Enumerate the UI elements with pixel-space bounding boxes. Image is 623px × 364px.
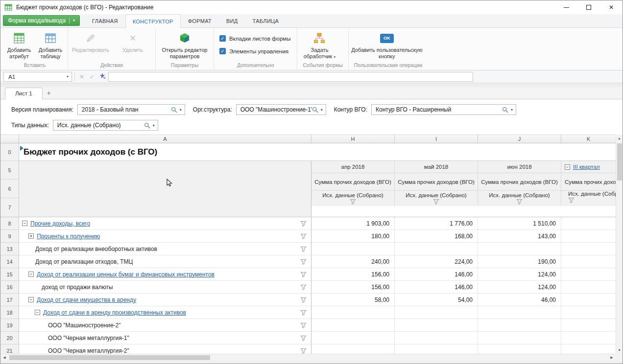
value-cell[interactable]: 1 903,00 [312, 217, 395, 230]
open-parameter-editor-button[interactable]: Открыть редактор параметров [157, 29, 212, 60]
horizontal-scrollbar[interactable]: ◀ ▶ [0, 354, 616, 361]
row-label[interactable]: Доход от сдачи имущества в аренду [37, 296, 136, 303]
label-cell[interactable]: +Проценты к получению [19, 230, 312, 243]
ribbon-tab-1[interactable]: КОНСТРУКТОР [125, 14, 181, 28]
value-cell[interactable]: 168,00 [395, 230, 478, 243]
label-cell[interactable]: ООО "Машиностроение-2" [19, 319, 312, 332]
search-icon[interactable] [171, 107, 177, 113]
filter-icon[interactable] [300, 221, 307, 227]
value-cell[interactable] [312, 332, 395, 344]
value-cell[interactable]: 54,00 [395, 294, 478, 306]
row-header-15[interactable]: 15 [0, 268, 19, 281]
sheet-tab-sheet1[interactable]: Лист 1 [5, 88, 43, 99]
row-header-17[interactable]: 17 [0, 294, 19, 306]
value-cell[interactable] [478, 332, 561, 344]
row-header-6[interactable]: 6 [0, 180, 19, 198]
name-box-caret-icon[interactable]: ▾ [64, 74, 72, 79]
collapse-icon[interactable]: − [28, 297, 34, 302]
filter-icon[interactable] [300, 335, 307, 341]
filter-icon[interactable] [433, 199, 439, 205]
cell-name-box[interactable]: A1 ▾ [3, 72, 72, 82]
value-cell[interactable] [312, 344, 395, 354]
org-structure-combo[interactable]: ООО "Машиностроение-1" ▾ [236, 104, 326, 115]
filter-icon[interactable] [300, 310, 307, 316]
chevron-down-icon[interactable]: ▾ [508, 108, 516, 112]
value-cell[interactable] [478, 344, 561, 354]
vertical-scrollbar[interactable]: ▲ ▼ [616, 135, 623, 354]
ribbon-tab-2[interactable]: ФОРМАТ [181, 14, 219, 27]
add-custom-button[interactable]: OK Добавить пользовательскую кнопку [350, 29, 424, 60]
checkbox-controls[interactable]: ✓ Элементы управления [219, 48, 290, 54]
scroll-right-arrow[interactable]: ▶ [608, 356, 616, 360]
value-cell[interactable]: 180,00 [312, 230, 395, 243]
value-cell[interactable] [561, 332, 616, 344]
header-corner-cell[interactable] [19, 161, 312, 217]
row-header-21[interactable]: 21 [0, 344, 19, 354]
planning-version-combo[interactable]: 2018 - Базовый план ▾ [77, 104, 185, 115]
form-title-cell[interactable]: Бюджет прочих доходов (с ВГО) [19, 143, 616, 161]
value-cell[interactable] [395, 306, 478, 319]
filter-icon[interactable] [300, 259, 307, 265]
label-cell[interactable]: −Доход от реализации ценных бумаг и фина… [19, 268, 312, 281]
value-cell[interactable] [561, 344, 616, 354]
label-cell[interactable]: −Доход от сдачи имущества в аренду [19, 294, 312, 306]
value-cell[interactable] [561, 230, 616, 243]
value-cell[interactable]: 1 510,00 [478, 217, 561, 230]
value-cell[interactable] [561, 243, 616, 255]
filter-icon[interactable] [300, 348, 307, 354]
label-cell[interactable]: доход от продажи валюты [19, 281, 312, 294]
value-cell[interactable] [312, 306, 395, 319]
value-cell[interactable]: 124,00 [478, 281, 561, 294]
add-attribute-button[interactable]: Добавить атрибут [3, 29, 35, 60]
value-cell[interactable]: 46,00 [478, 294, 561, 306]
label-cell[interactable]: −Доход от сдачи в аренду производственны… [19, 306, 312, 319]
set-handler-button[interactable]: Задать обработчик ▾ [299, 29, 340, 60]
scroll-down-arrow[interactable]: ▼ [616, 346, 623, 354]
collapse-icon[interactable]: − [22, 221, 27, 226]
value-cell[interactable] [561, 294, 616, 306]
value-cell[interactable]: 156,00 [312, 268, 395, 281]
value-cell[interactable] [561, 319, 616, 332]
chevron-down-icon[interactable]: ▾ [318, 108, 326, 112]
label-cell[interactable]: −Прочие доходы, всего [19, 217, 312, 230]
search-icon[interactable] [502, 107, 508, 113]
value-cell[interactable]: 156,00 [312, 281, 395, 294]
value-cell[interactable]: 124,00 [478, 268, 561, 281]
filter-icon[interactable] [516, 199, 523, 205]
io-form-menu-button[interactable]: Форма ввода/вывода ▾ [3, 15, 80, 26]
ribbon-tab-0[interactable]: ГЛАВНАЯ [85, 14, 125, 27]
chevron-down-icon[interactable]: ▾ [177, 108, 185, 112]
row-header-9[interactable]: 9 [0, 230, 19, 243]
filter-icon[interactable] [350, 199, 356, 205]
value-cell[interactable] [395, 332, 478, 344]
value-cell[interactable] [478, 243, 561, 255]
formula-input[interactable] [108, 72, 473, 82]
filter-icon[interactable] [300, 284, 307, 290]
vertical-scroll-thumb[interactable] [617, 143, 622, 181]
ribbon-tab-4[interactable]: ТАБЛИЦА [245, 14, 287, 27]
expand-icon[interactable]: + [28, 233, 34, 239]
value-cell[interactable] [478, 306, 561, 319]
close-button[interactable]: ✕ [600, 0, 623, 14]
value-cell[interactable] [478, 319, 561, 332]
row-header-14[interactable]: 14 [0, 255, 19, 268]
value-cell[interactable] [561, 268, 616, 281]
row-header-16[interactable]: 16 [0, 281, 19, 294]
collapse-icon[interactable]: − [35, 310, 40, 315]
column-header-k[interactable]: K [561, 135, 616, 143]
quarter-link[interactable]: III квартал [573, 164, 600, 170]
value-cell[interactable] [561, 306, 616, 319]
value-cell[interactable] [312, 243, 395, 255]
search-icon[interactable] [312, 107, 318, 113]
label-cell[interactable]: Доход от реализации отходов, ТМЦ [19, 255, 312, 268]
value-cell[interactable] [561, 217, 616, 230]
value-cell[interactable] [395, 319, 478, 332]
data-types-combo[interactable]: Исх. данные (Собрано) ▾ [53, 120, 158, 131]
vgo-contour-combo[interactable]: Контур ВГО - Расширенный ▾ [371, 104, 516, 115]
filter-icon[interactable] [300, 246, 307, 252]
value-cell[interactable]: 224,00 [395, 255, 478, 268]
scroll-left-arrow[interactable]: ◀ [0, 356, 8, 360]
row-header-18[interactable]: 18 [0, 306, 19, 319]
chevron-down-icon[interactable]: ▾ [150, 123, 158, 128]
row-header-8[interactable]: 8 [0, 217, 19, 230]
